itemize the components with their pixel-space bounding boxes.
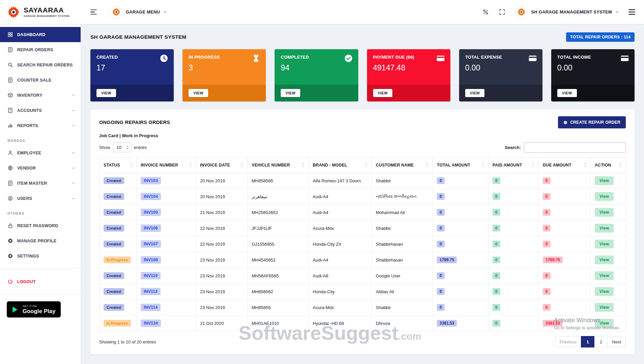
stat-card-created: CREATED17VIEW	[90, 49, 174, 101]
sidebar-section-label: MANAGE	[0, 139, 81, 143]
stat-card-value: 17	[96, 63, 168, 72]
sidebar-item-counter-sale[interactable]: COUNTER SALE	[0, 72, 81, 88]
create-repair-order-button[interactable]: ⊕ CREATE REPAIR ORDER	[558, 116, 626, 128]
column-header-customer-name[interactable]: CUSTOMER NAME▲▼	[372, 157, 433, 173]
sidebar-item-employee[interactable]: EMPLOYEE	[0, 145, 81, 160]
due-amount-badge: 1789.75	[543, 256, 563, 263]
pagination-next-button[interactable]: Next	[607, 336, 626, 347]
person-icon	[7, 150, 13, 156]
view-button[interactable]: View	[595, 208, 614, 217]
sidebar-item-search-repair-orders[interactable]: SEARCH REPAIR ORDERS	[0, 57, 81, 72]
sidebar-item-repair-orders[interactable]: REPAIR ORDERS	[0, 42, 81, 57]
invoice-link[interactable]: INV107	[141, 240, 161, 248]
column-header-label: BRAND - MODEL	[313, 163, 347, 168]
status-badge: Created	[104, 209, 124, 216]
sidebar-item-label: EMPLOYEE	[17, 151, 41, 155]
sidebar-item-manage-profile[interactable]: MANAGE PROFILE	[0, 233, 81, 248]
invoice-link[interactable]: INV108	[141, 256, 161, 264]
column-header-brand-model[interactable]: BRAND - MODEL▲▼	[309, 157, 372, 173]
discount-percent-icon[interactable]	[482, 8, 489, 16]
stat-card-view-button[interactable]: VIEW	[96, 89, 116, 97]
column-header-vehicle-number[interactable]: VEHICLE NUMBER▲▼	[248, 157, 309, 173]
total-amount-badge: 0	[437, 304, 445, 311]
table-row: In ProgressINV13421 Oct 2020MH01AE1010Hy…	[100, 315, 626, 331]
sidebar-item-accounts[interactable]: ACCOUNTS	[0, 103, 81, 118]
stat-card-view-button[interactable]: VIEW	[189, 89, 208, 97]
sidebar-item-item-master[interactable]: ITEM MASTER	[0, 176, 81, 191]
paid-amount-badge: 0	[493, 320, 500, 327]
fullscreen-icon[interactable]	[499, 8, 506, 16]
invoice-link[interactable]: INV134	[141, 320, 161, 327]
stat-card-value: 0.00	[465, 63, 536, 72]
sidebar-nav: DASHBOARDREPAIR ORDERSSEARCH REPAIR ORDE…	[0, 27, 81, 264]
column-header-status[interactable]: STATUS▲▼	[100, 157, 137, 173]
sidebar-item-label: SETTINGS	[17, 254, 39, 259]
invoice-link[interactable]: INV106	[141, 224, 161, 232]
view-button[interactable]: View	[595, 255, 614, 264]
search-input[interactable]	[524, 142, 626, 153]
invoice-date: 20 Nov 2019	[196, 173, 248, 189]
column-header-invoice-date[interactable]: INVOICE DATE▲▼	[196, 157, 248, 173]
sidebar-item-logout[interactable]: LOGOUT	[0, 274, 81, 289]
sidebar-toggle-icon[interactable]	[90, 9, 97, 14]
stat-card-view-button[interactable]: VIEW	[465, 89, 485, 97]
view-button[interactable]: View	[595, 271, 614, 280]
card-icon	[528, 54, 537, 63]
sidebar-item-label: REPAIR ORDERS	[17, 48, 53, 52]
sidebar-item-dashboard[interactable]: DASHBOARD	[0, 27, 81, 42]
paid-amount-badge: 0	[493, 304, 500, 311]
column-header-invoice-number[interactable]: INVOICE NUMBER▲▼	[137, 157, 196, 173]
sidebar-item-reports[interactable]: REPORTS	[0, 118, 81, 133]
logout-label: LOGOUT	[17, 279, 36, 284]
column-header-total-amount[interactable]: TOTAL AMOUNT▲▼	[433, 157, 488, 173]
brand-name: SAYAARAA	[24, 6, 69, 13]
column-header-label: INVOICE DATE	[200, 163, 230, 168]
view-button[interactable]: View	[595, 224, 614, 233]
paid-amount-badge: 0	[493, 241, 500, 247]
table-row: CreatedINV10320 Nov 2019MH858585Alfa Rom…	[100, 173, 626, 189]
stat-card-view-button[interactable]: VIEW	[281, 89, 300, 97]
file-icon	[7, 180, 13, 186]
view-button[interactable]: View	[595, 176, 614, 185]
entries-select[interactable]: 10 ▲▼	[113, 143, 131, 152]
column-header-paid-amount[interactable]: PAID AMOUNT▲▼	[488, 157, 539, 173]
invoice-link[interactable]: INV114	[141, 304, 161, 311]
file-icon	[7, 47, 13, 53]
view-button[interactable]: View	[595, 192, 614, 201]
pagination-previous-button[interactable]: Previous	[555, 336, 582, 347]
sidebar-item-reset-password[interactable]: RESET PASSWORD	[0, 218, 81, 233]
column-header-action[interactable]: ACTION▲▼	[591, 157, 626, 173]
view-button[interactable]: View	[595, 240, 614, 248]
invoice-link[interactable]: INV104	[141, 193, 161, 200]
view-button[interactable]: View	[595, 287, 614, 296]
calculator-icon	[7, 108, 13, 113]
garage-menu-dropdown[interactable]: GARAGE MENU	[110, 6, 167, 19]
account-dropdown[interactable]: SH GARAGE MANAGEMENT SYSTEM	[515, 6, 619, 19]
sidebar-item-settings[interactable]: SETTINGS	[0, 248, 81, 264]
google-play-badge[interactable]: GET IT ON Google Play	[7, 301, 61, 317]
paid-amount-badge: 0	[493, 256, 500, 263]
customer-name: Abbas Ali	[372, 284, 433, 300]
total-amount-badge: 0	[437, 209, 445, 216]
invoice-link[interactable]: INV112	[141, 288, 161, 295]
due-amount-badge: 0	[543, 193, 551, 200]
invoice-link[interactable]: INV110	[141, 272, 161, 279]
stat-card-view-button[interactable]: VIEW	[557, 89, 577, 97]
invoice-link[interactable]: INV103	[141, 177, 161, 184]
brand-model: Audi-A4	[309, 205, 372, 220]
sidebar-item-vendor[interactable]: VENDOR	[0, 160, 81, 176]
status-badge: Created	[104, 241, 124, 247]
vehicle-number: MH25652652	[248, 205, 309, 220]
stat-card-view-button[interactable]: VIEW	[373, 89, 393, 97]
right-menu-icon[interactable]	[628, 9, 635, 14]
column-header-due-amount[interactable]: DUE AMOUNT▲▼	[539, 157, 591, 173]
view-button[interactable]: View	[595, 303, 614, 312]
pagination-page-2[interactable]: 2	[594, 336, 608, 347]
sidebar-item-label: DASHBOARD	[17, 32, 46, 37]
sidebar-item-users[interactable]: USERS	[0, 191, 81, 206]
invoice-link[interactable]: INV105	[141, 209, 161, 216]
total-repair-orders-badge: TOTAL REPAIR ORDERS : 114	[566, 32, 635, 42]
customer-name: Shabbirhasan	[372, 252, 433, 268]
pagination-page-1[interactable]: 1	[581, 336, 594, 347]
sidebar-item-inventory[interactable]: INVENTORY	[0, 88, 81, 103]
